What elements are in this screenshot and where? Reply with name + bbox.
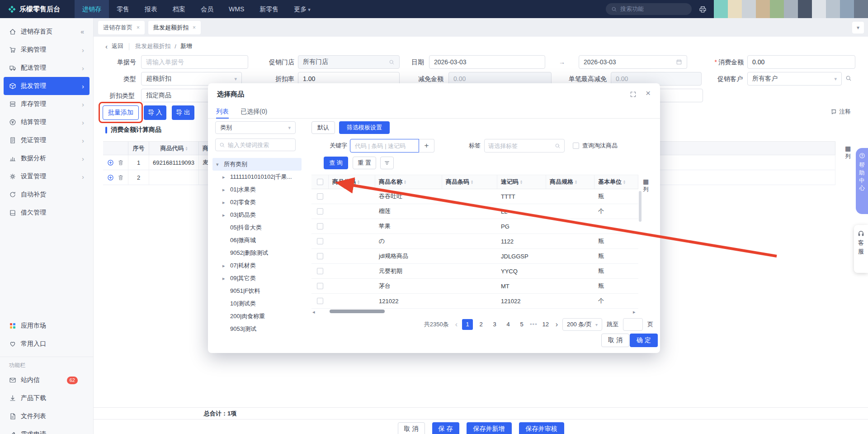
add-keyword-button[interactable]: + xyxy=(419,139,434,153)
add-row-icon[interactable] xyxy=(107,174,114,181)
modal-product-row[interactable]: 榴莲LL个 xyxy=(311,204,638,219)
tree-node-12[interactable]: 200|肉食称重 xyxy=(212,310,302,323)
scroll-right-icon[interactable]: ▸ xyxy=(633,310,636,314)
page-footer-button-1[interactable]: 保 存 xyxy=(432,422,459,434)
date-start-input[interactable]: 2026-03-03 xyxy=(429,55,545,69)
delete-row-icon[interactable] xyxy=(118,174,124,181)
sort-icons[interactable]: ▴▾ xyxy=(185,146,187,151)
modal-product-row[interactable]: 茅台MT瓶 xyxy=(311,279,638,294)
sidebar-item-0[interactable]: 进销存首页« xyxy=(4,23,90,41)
modal-column-header-3[interactable]: 速记码▴▾ xyxy=(497,175,546,189)
pager-ellipsis[interactable]: ••• xyxy=(530,319,538,330)
caret-right-icon[interactable]: ▸ xyxy=(222,212,228,218)
tree-node-11[interactable]: 10|测试类 xyxy=(212,297,302,310)
close-icon[interactable]: × xyxy=(646,89,651,97)
page-footer-button-0[interactable]: 取 消 xyxy=(398,422,425,434)
caret-right-icon[interactable]: ▸ xyxy=(222,187,228,193)
filter-template-button[interactable]: 筛选模板设置 xyxy=(339,121,390,134)
help-center-widget[interactable]: 帮助中心 xyxy=(856,148,868,214)
tag-input[interactable] xyxy=(488,143,552,149)
tree-node-9[interactable]: ▸09|其它类 xyxy=(212,272,302,285)
main-column-settings[interactable]: ▦ 列 xyxy=(845,145,851,160)
select-all-checkbox[interactable] xyxy=(317,179,323,185)
row-checkbox[interactable] xyxy=(317,283,323,289)
top-menu-item-4[interactable]: 会员 xyxy=(193,0,221,18)
sidebar-function-0[interactable]: 站内信62 xyxy=(4,371,90,389)
caret-right-icon[interactable]: ▸ xyxy=(222,276,228,281)
tree-node-1[interactable]: ▸11111101010102|千果... xyxy=(212,171,302,183)
vertical-scrollbar[interactable] xyxy=(639,191,642,222)
sidebar-item-8[interactable]: 设置管理› xyxy=(4,167,90,186)
import-button[interactable]: 导 入 xyxy=(144,105,166,120)
tree-node-3[interactable]: ▸02|零食类 xyxy=(212,196,302,209)
tree-node-0[interactable]: ▾所有类别 xyxy=(212,158,302,171)
obsolete-checkbox[interactable] xyxy=(573,143,579,149)
top-menu-item-2[interactable]: 报表 xyxy=(137,0,165,18)
tree-search-input[interactable] xyxy=(228,142,292,148)
top-menu-item-7[interactable]: 更多 ▾ xyxy=(286,0,318,18)
modal-column-header-4[interactable]: 商品规格▴▾ xyxy=(546,175,594,189)
tree-node-7[interactable]: 9052|删除测试 xyxy=(212,247,302,259)
tree-node-6[interactable]: 06|微商城 xyxy=(212,234,302,247)
caret-right-icon[interactable]: ▸ xyxy=(222,200,228,205)
modal-column-header-0[interactable]: 商品代码▴▾ xyxy=(329,175,375,189)
sidebar-item-2[interactable]: 配送管理› xyxy=(4,59,90,77)
page-button-1[interactable]: 1 xyxy=(462,319,473,330)
modal-column-header-1[interactable]: 商品名称▴▾ xyxy=(375,175,442,189)
tree-node-8[interactable]: ▸07|耗材类 xyxy=(212,259,302,272)
customer-service-widget[interactable]: 客服 xyxy=(854,225,868,273)
modal-product-row[interactable]: の1122瓶 xyxy=(311,234,638,249)
top-menu-item-3[interactable]: 档案 xyxy=(165,0,193,18)
fullscreen-icon[interactable] xyxy=(630,91,637,98)
page-footer-button-3[interactable]: 保存并审核 xyxy=(519,422,564,434)
modal-confirm-button[interactable]: 确 定 xyxy=(630,334,658,347)
row-checkbox[interactable] xyxy=(317,298,323,304)
row-checkbox[interactable] xyxy=(317,193,323,200)
tag-select[interactable] xyxy=(484,139,565,153)
sidebar-item-9[interactable]: 自动补货 xyxy=(4,186,90,204)
delete-row-icon[interactable] xyxy=(118,159,124,166)
back-link[interactable]: 返回 xyxy=(112,42,123,50)
batch-add-button[interactable]: 批量添加 xyxy=(103,105,139,120)
sidebar-item-7[interactable]: 数据分析› xyxy=(4,149,90,167)
top-menu-item-1[interactable]: 零售 xyxy=(109,0,137,18)
modal-product-row[interactable]: jdl规格商品JDLGGSP瓶 xyxy=(311,249,638,264)
tree-node-2[interactable]: ▸01|水果类 xyxy=(212,183,302,196)
top-menu-item-6[interactable]: 新零售 xyxy=(252,0,286,18)
row-checkbox[interactable] xyxy=(317,208,323,215)
global-search[interactable]: 搜索功能 xyxy=(606,3,692,15)
export-button[interactable]: 导 出 xyxy=(172,105,194,120)
modal-cancel-button[interactable]: 取 消 xyxy=(601,334,629,347)
modal-column-settings[interactable]: ▦ 列 xyxy=(643,178,649,193)
more-filter-button[interactable] xyxy=(380,157,394,169)
bill-no-input[interactable] xyxy=(141,55,248,69)
amount-input[interactable] xyxy=(747,55,855,69)
page-button-3[interactable]: 3 xyxy=(489,319,500,330)
store-picker[interactable]: 所有门店 xyxy=(298,55,400,69)
reset-button[interactable]: 重 置 xyxy=(353,157,376,169)
query-button[interactable]: 查 询 xyxy=(324,157,348,169)
sidebar-item-3[interactable]: 批发管理› xyxy=(4,77,90,95)
modal-tab-selected[interactable]: 已选择(0) xyxy=(241,105,267,118)
tree-node-4[interactable]: ▸03|奶品类 xyxy=(212,209,302,221)
add-row-icon[interactable] xyxy=(107,159,114,166)
top-menu-item-5[interactable]: WMS xyxy=(221,0,252,18)
modal-column-header-2[interactable]: 商品条码▴▾ xyxy=(442,175,497,189)
customer-search-icon[interactable] xyxy=(845,75,852,81)
sidebar-item-4[interactable]: 库存管理› xyxy=(4,95,90,113)
page-button-4[interactable]: 4 xyxy=(503,319,514,330)
sidebar-shortcut-0[interactable]: 应用市场 xyxy=(4,317,90,335)
keyword-input[interactable] xyxy=(350,139,419,153)
modal-product-row[interactable]: 121022121022个 xyxy=(311,294,638,309)
sort-icons[interactable]: ▴▾ xyxy=(358,180,359,184)
caret-down-icon[interactable]: ▾ xyxy=(216,162,222,167)
sidebar-shortcut-1[interactable]: 常用入口 xyxy=(4,335,90,353)
page-footer-button-2[interactable]: 保存并新增 xyxy=(467,422,512,434)
category-type-select[interactable]: 类别 ▾ xyxy=(215,121,296,134)
sidebar-function-3[interactable]: 需求申请 xyxy=(4,425,90,434)
row-checkbox[interactable] xyxy=(317,253,323,259)
tree-search[interactable] xyxy=(215,138,296,151)
modal-product-row[interactable]: 吞吞吐吐TTTT瓶 xyxy=(311,189,638,204)
close-icon[interactable]: × xyxy=(193,24,196,31)
close-icon[interactable]: × xyxy=(137,24,140,31)
